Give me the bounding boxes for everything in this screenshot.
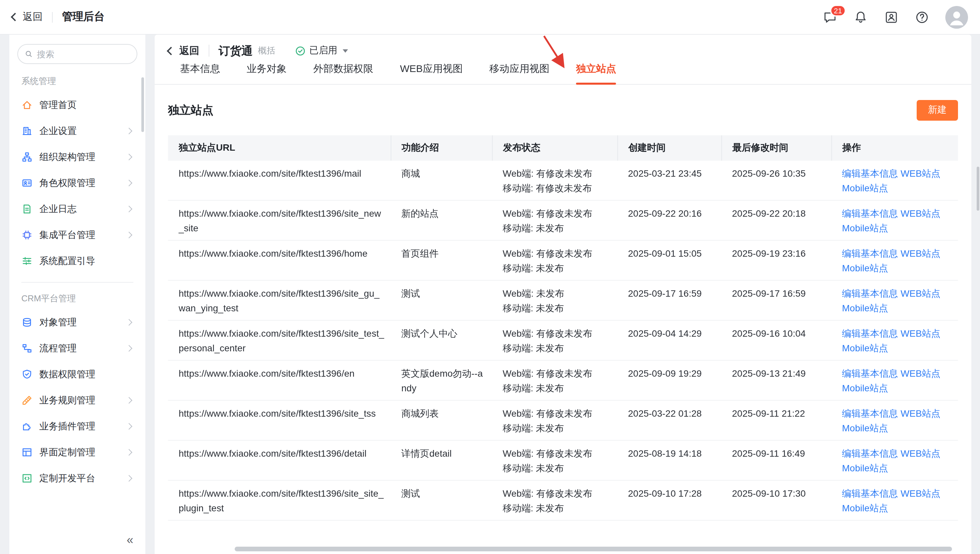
web-site-link[interactable]: WEB站点	[900, 168, 941, 179]
web-site-link[interactable]: WEB站点	[900, 248, 941, 259]
mobile-site-link[interactable]: Mobile站点	[842, 423, 888, 433]
edit-basic-info-link[interactable]: 编辑基本信息	[842, 168, 898, 179]
edit-basic-info-link[interactable]: 编辑基本信息	[842, 248, 898, 259]
sidebar-item-label: 管理首页	[39, 99, 120, 111]
integration-platform-icon	[21, 229, 33, 241]
sidebar-item-business-rule[interactable]: 业务规则管理	[18, 387, 137, 413]
topbar-back-label: 返回	[23, 11, 43, 23]
sidebar-section-title: 系统管理	[18, 67, 137, 92]
sidebar-collapse-button[interactable]: «	[121, 531, 138, 550]
sidebar-item-home[interactable]: 管理首页	[18, 92, 137, 118]
publish-status-cell: Web端: 有修改未发布 移动端: 有修改未发布	[492, 161, 617, 201]
created-time-cell: 2025-08-19 14:18	[617, 440, 721, 480]
mobile-site-link[interactable]: Mobile站点	[842, 503, 888, 513]
tab-external-data-permission[interactable]: 外部数据权限	[313, 63, 373, 84]
service-contact-icon[interactable]	[884, 10, 899, 24]
edit-basic-info-link[interactable]: 编辑基本信息	[842, 408, 898, 419]
publish-status-cell: Web端: 有修改未发布 移动端: 未发布	[492, 240, 617, 280]
site-url-cell: https://www.fxiaoke.com/site/fktest1396/…	[168, 400, 391, 440]
vertical-scrollbar[interactable]	[977, 167, 979, 211]
tab-mobile-app-view[interactable]: 移动应用视图	[489, 63, 549, 84]
tab-web-app-view[interactable]: WEB应用视图	[400, 63, 463, 84]
mobile-site-link[interactable]: Mobile站点	[842, 463, 888, 473]
description-cell: 商城列表	[391, 400, 492, 440]
bell-icon[interactable]	[853, 10, 868, 24]
web-site-link[interactable]: WEB站点	[900, 488, 941, 499]
topbar: 返回 管理后台 21	[0, 0, 980, 35]
sidebar-item-role-permission[interactable]: 角色权限管理	[18, 170, 137, 196]
web-site-link[interactable]: WEB站点	[900, 208, 941, 219]
sidebar-item-custom-dev[interactable]: 定制开发平台	[18, 465, 137, 491]
edit-basic-info-link[interactable]: 编辑基本信息	[842, 328, 898, 339]
sidebar-item-data-permission[interactable]: 数据权限管理	[18, 361, 137, 387]
sidebar-item-integration-platform[interactable]: 集成平台管理	[18, 222, 137, 248]
sidebar-item-org-structure[interactable]: 组织架构管理	[18, 144, 137, 170]
table-row: https://www.fxiaoke.com/site/fktest1396/…	[168, 161, 958, 201]
sidebar-item-enterprise-settings[interactable]: 企业设置	[18, 118, 137, 144]
messages-icon[interactable]: 21	[822, 10, 837, 24]
sidebar-section-title: CRM平台管理	[18, 284, 137, 309]
edit-basic-info-link[interactable]: 编辑基本信息	[842, 448, 898, 458]
sidebar-scrollbar[interactable]	[142, 77, 144, 132]
mobile-site-link[interactable]: Mobile站点	[842, 343, 888, 353]
app-back-button[interactable]: 返回	[168, 45, 199, 57]
sidebar-item-object-management[interactable]: 对象管理	[18, 309, 137, 335]
avatar[interactable]	[945, 6, 968, 28]
sidebar-item-ui-customization[interactable]: 界面定制管理	[18, 439, 137, 465]
status-dropdown[interactable]: 已启用	[295, 45, 348, 57]
sidebar-item-business-plugin[interactable]: 业务插件管理	[18, 413, 137, 439]
table-row: https://www.fxiaoke.com/site/fktest1396/…	[168, 280, 958, 320]
help-icon[interactable]	[915, 10, 929, 24]
table-row: https://www.fxiaoke.com/site/fktest1396/…	[168, 320, 958, 360]
web-site-link[interactable]: WEB站点	[900, 368, 941, 379]
web-site-link[interactable]: WEB站点	[900, 328, 941, 339]
description-cell: 英文版demo勿动--andy	[391, 360, 492, 400]
check-circle-icon	[295, 46, 305, 56]
mobile-site-link[interactable]: Mobile站点	[842, 383, 888, 393]
edit-basic-info-link[interactable]: 编辑基本信息	[842, 288, 898, 299]
notification-badge: 21	[830, 4, 846, 16]
mobile-site-link[interactable]: Mobile站点	[842, 183, 888, 193]
sidebar-item-system-config[interactable]: 系统配置引导	[18, 248, 137, 274]
tab-standalone-site[interactable]: 独立站点	[576, 63, 616, 84]
create-new-button[interactable]: 新建	[917, 100, 958, 120]
mobile-site-link[interactable]: Mobile站点	[842, 302, 888, 313]
edit-basic-info-link[interactable]: 编辑基本信息	[842, 208, 898, 219]
web-site-link[interactable]: WEB站点	[900, 288, 941, 299]
chevron-right-icon	[126, 475, 132, 482]
table-body: https://www.fxiaoke.com/site/fktest1396/…	[168, 161, 958, 521]
edit-basic-info-link[interactable]: 编辑基本信息	[842, 488, 898, 499]
web-site-link[interactable]: WEB站点	[900, 448, 941, 458]
created-time-cell: 2025-09-09 19:29	[617, 360, 721, 400]
mobile-status: 移动端: 未发布	[503, 421, 612, 435]
topbar-back-button[interactable]: 返回	[12, 11, 43, 23]
mobile-site-link[interactable]: Mobile站点	[842, 223, 888, 233]
column-header: 功能介绍	[391, 135, 492, 161]
web-site-link[interactable]: WEB站点	[900, 408, 941, 419]
created-time-cell: 2025-03-22 01:28	[617, 400, 721, 440]
modified-time-cell: 2025-09-22 20:18	[721, 201, 831, 240]
tab-basic-info[interactable]: 基本信息	[180, 63, 220, 84]
horizontal-scrollbar[interactable]	[235, 547, 952, 551]
search-input[interactable]	[37, 49, 130, 59]
sidebar-menu: 系统管理 管理首页 企业设置 组织架构管理 角色权限管理 企业日志 集成平台管理…	[18, 67, 137, 550]
sidebar-item-label: 界面定制管理	[39, 446, 120, 458]
data-permission-icon	[21, 369, 33, 380]
system-config-icon	[21, 255, 33, 267]
sites-table: 独立站点URL功能介绍发布状态创建时间最后修改时间操作 https://www.…	[168, 135, 958, 521]
chevron-right-icon	[126, 345, 132, 352]
table-header-row: 独立站点URL功能介绍发布状态创建时间最后修改时间操作	[168, 135, 958, 161]
modified-time-cell: 2025-09-26 10:35	[721, 161, 831, 201]
created-time-cell: 2025-09-10 17:28	[617, 480, 721, 521]
mobile-status: 移动端: 未发布	[503, 461, 612, 475]
sidebar-item-enterprise-log[interactable]: 企业日志	[18, 196, 137, 222]
tab-business-objects[interactable]: 业务对象	[247, 63, 287, 84]
sidebar-search	[18, 44, 137, 64]
sidebar-item-process-management[interactable]: 流程管理	[18, 335, 137, 361]
actions-cell: 编辑基本信息 WEB站点 Mobile站点	[831, 240, 958, 280]
edit-basic-info-link[interactable]: 编辑基本信息	[842, 368, 898, 379]
mobile-site-link[interactable]: Mobile站点	[842, 263, 888, 273]
mobile-status: 移动端: 未发布	[503, 261, 612, 275]
caret-down-icon	[343, 49, 348, 53]
web-status: Web端: 有修改未发布	[503, 366, 612, 380]
